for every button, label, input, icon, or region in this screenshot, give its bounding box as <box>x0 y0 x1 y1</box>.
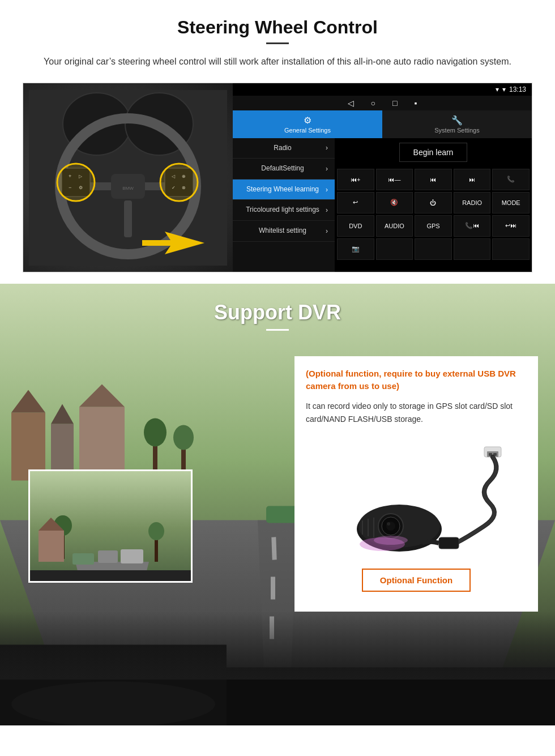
signal-icon: ▾ <box>496 86 499 93</box>
begin-learn-row: Begin learn <box>335 138 532 166</box>
dvr-thumb-svg <box>30 471 193 583</box>
arrow-icon: › <box>326 144 328 152</box>
ctrl-power[interactable]: ⏻ <box>415 192 452 213</box>
dvr-camera-svg <box>309 441 524 554</box>
svg-rect-58 <box>30 570 193 583</box>
dvr-optional-text: (Optional function, require to buy exter… <box>306 368 527 393</box>
ctrl-back[interactable]: ↩ <box>337 192 374 213</box>
ctrl-mute[interactable]: 🔇 <box>376 192 413 213</box>
ctrl-back-next[interactable]: ↩⏭ <box>492 215 530 237</box>
steering-wheel-svg: BMW + − ▷ ⚙ ◁ ✓ ⊕ ⊗ <box>29 90 227 266</box>
steering-subtitle: Your original car’s steering wheel contr… <box>23 54 532 69</box>
menu-item-radio[interactable]: Radio › <box>233 138 335 159</box>
android-tabs: ⚙ General Settings 🔧 System Settings <box>233 110 532 138</box>
ctrl-vol-down[interactable]: ⏮— <box>376 169 413 190</box>
menu-item-steering-wheel[interactable]: Steering Wheel learning › <box>233 180 335 200</box>
title-divider <box>266 42 289 44</box>
android-content: Radio › DefaultSetting › Steering Wheel … <box>233 138 532 272</box>
ctrl-next[interactable]: ⏭ <box>454 169 491 190</box>
dvr-description: It can record video only to storage in G… <box>306 400 527 427</box>
menu-item-default-setting[interactable]: DefaultSetting › <box>233 159 335 180</box>
ctrl-camera[interactable]: 📷 <box>337 238 374 260</box>
dvr-camera-area <box>306 435 527 557</box>
ctrl-dvd[interactable]: DVD <box>337 215 374 237</box>
steering-wheel-image: BMW + − ▷ ⚙ ◁ ✓ ⊕ ⊗ <box>23 83 233 272</box>
svg-point-68 <box>387 522 390 526</box>
svg-rect-51 <box>72 553 94 565</box>
ctrl-audio[interactable]: AUDIO <box>376 215 413 237</box>
svg-rect-50 <box>121 549 143 563</box>
steering-section: Steering Wheel Control Your original car… <box>0 0 555 284</box>
svg-point-20 <box>160 164 198 201</box>
right-panel: Begin learn ⏮+ ⏮— ⏮ ⏭ 📞 ↩ 🔇 ⏻ RADIO MODE <box>335 138 532 272</box>
dvr-thumbnail <box>28 469 193 583</box>
status-time: 13:13 <box>509 86 526 93</box>
left-menu: Radio › DefaultSetting › Steering Wheel … <box>233 138 335 272</box>
demo-container: BMW + − ▷ ⚙ ◁ ✓ ⊕ ⊗ <box>23 83 532 272</box>
dvr-info-box: (Optional function, require to buy exter… <box>294 356 538 612</box>
svg-point-46 <box>11 681 215 725</box>
ctrl-phone[interactable]: 📞 <box>492 169 530 190</box>
system-settings-icon: 🔧 <box>451 115 463 126</box>
dvr-title-area: Support DVR <box>0 284 555 339</box>
svg-point-19 <box>57 164 95 201</box>
arrow-icon: › <box>326 227 328 235</box>
tab-system-settings[interactable]: 🔧 System Settings <box>382 110 532 138</box>
menu-icon[interactable]: ▪ <box>414 99 417 108</box>
recent-icon[interactable]: □ <box>392 99 397 108</box>
ctrl-gps[interactable]: GPS <box>415 215 452 237</box>
svg-rect-6 <box>124 200 132 237</box>
general-settings-icon: ⚙ <box>304 115 311 126</box>
control-grid: ⏮+ ⏮— ⏮ ⏭ 📞 ↩ 🔇 ⏻ RADIO MODE DVD AUDIO G… <box>335 166 532 262</box>
dvr-left-area <box>17 356 283 583</box>
ctrl-radio[interactable]: RADIO <box>454 192 491 213</box>
ctrl-phone-prev[interactable]: 📞⏮ <box>454 215 491 237</box>
ctrl-empty-2 <box>415 238 452 260</box>
home-icon[interactable]: ○ <box>371 99 375 108</box>
dvr-section: Support DVR <box>0 284 555 725</box>
wifi-icon: ▾ <box>502 86 506 93</box>
dvr-divider <box>266 329 289 331</box>
begin-learn-button[interactable]: Begin learn <box>399 143 468 162</box>
svg-point-73 <box>374 536 408 545</box>
dvr-bottom <box>0 612 555 680</box>
dvr-title: Support DVR <box>0 301 555 324</box>
ctrl-vol-up[interactable]: ⏮+ <box>337 169 374 190</box>
ctrl-empty-3 <box>454 238 491 260</box>
menu-item-whitelist[interactable]: Whitelist setting › <box>233 221 335 242</box>
dvr-content-row: (Optional function, require to buy exter… <box>0 339 555 612</box>
ctrl-prev[interactable]: ⏮ <box>415 169 452 190</box>
ctrl-empty-1 <box>376 238 413 260</box>
svg-rect-74 <box>439 537 459 549</box>
arrow-icon: › <box>326 186 328 194</box>
back-icon[interactable]: ◁ <box>348 99 354 108</box>
android-ui: ▾ ▾ 13:13 ◁ ○ □ ▪ ⚙ General Settings 🔧 S… <box>233 83 532 272</box>
steering-title: Steering Wheel Control <box>23 17 532 38</box>
ctrl-mode[interactable]: MODE <box>492 192 530 213</box>
arrow-icon: › <box>326 165 328 173</box>
svg-rect-49 <box>98 550 118 563</box>
svg-text:BMW: BMW <box>122 186 134 191</box>
arrow-icon: › <box>326 206 328 214</box>
svg-point-55 <box>148 522 164 540</box>
svg-rect-56 <box>39 531 64 562</box>
menu-item-tricoloured[interactable]: Tricoloured light settings › <box>233 200 335 221</box>
btn-row: Optional Function <box>306 557 527 600</box>
optional-function-button[interactable]: Optional Function <box>362 569 471 592</box>
status-bar: ▾ ▾ 13:13 <box>233 83 532 96</box>
tab-general-settings[interactable]: ⚙ General Settings <box>233 110 382 138</box>
nav-bar: ◁ ○ □ ▪ <box>233 96 532 110</box>
ctrl-empty-4 <box>492 238 530 260</box>
